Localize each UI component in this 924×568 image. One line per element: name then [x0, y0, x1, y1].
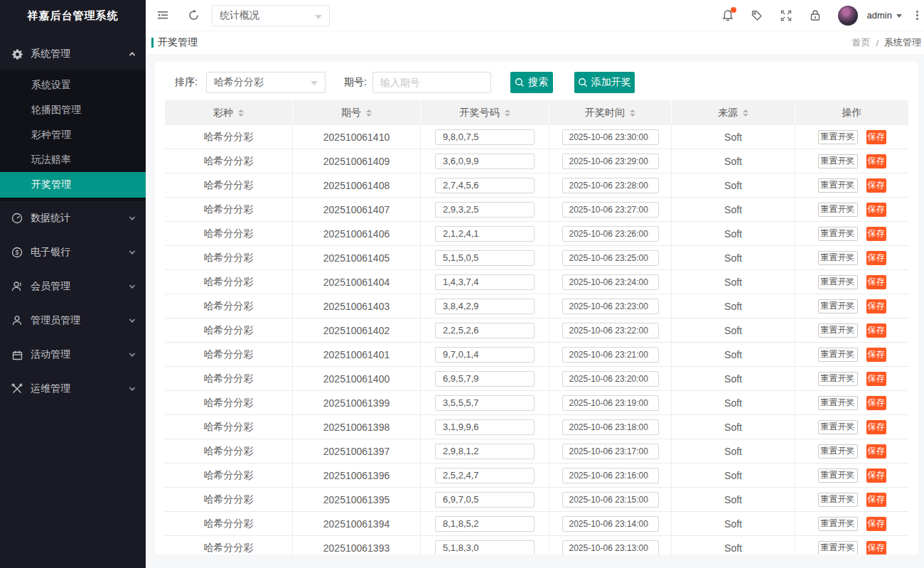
numbers-input[interactable]: [435, 274, 534, 290]
save-button[interactable]: 保存: [866, 154, 886, 168]
save-button[interactable]: 保存: [866, 275, 886, 289]
save-button[interactable]: 保存: [866, 130, 886, 144]
breadcrumb-home[interactable]: 首页: [852, 36, 870, 49]
save-button[interactable]: 保存: [866, 178, 886, 193]
time-input[interactable]: [562, 419, 659, 435]
reset-draw-button[interactable]: 重置开奖: [818, 493, 858, 507]
time-input[interactable]: [562, 226, 659, 242]
user-menu[interactable]: admin: [867, 10, 902, 21]
reset-draw-button[interactable]: 重置开奖: [818, 372, 858, 386]
save-button[interactable]: 保存: [866, 468, 886, 483]
sidebar-item-管理员管理[interactable]: 管理员管理: [0, 304, 146, 338]
numbers-input[interactable]: [435, 226, 534, 242]
numbers-input[interactable]: [435, 202, 534, 218]
numbers-input[interactable]: [435, 516, 534, 532]
time-input[interactable]: [562, 468, 659, 483]
column-header-来源[interactable]: 来源: [672, 100, 795, 125]
reset-draw-button[interactable]: 重置开奖: [818, 299, 858, 314]
time-input[interactable]: [562, 444, 659, 459]
time-input[interactable]: [562, 299, 659, 314]
sort-icon[interactable]: [238, 109, 244, 117]
numbers-input[interactable]: [435, 371, 534, 387]
numbers-input[interactable]: [435, 154, 534, 169]
search-button[interactable]: 搜索: [510, 72, 553, 93]
sidebar-subitem-开奖管理[interactable]: 开奖管理: [0, 172, 146, 198]
time-input[interactable]: [562, 347, 659, 363]
reset-draw-button[interactable]: 重置开奖: [818, 348, 858, 362]
numbers-input[interactable]: [435, 178, 534, 193]
numbers-input[interactable]: [435, 492, 534, 508]
column-header-开奖号码[interactable]: 开奖号码: [421, 100, 549, 125]
time-input[interactable]: [562, 492, 659, 508]
reset-draw-button[interactable]: 重置开奖: [818, 396, 858, 410]
time-input[interactable]: [562, 274, 659, 290]
sort-icon[interactable]: [505, 109, 510, 117]
add-draw-button[interactable]: 添加开奖: [574, 72, 635, 93]
sidebar-subitem-轮播图管理[interactable]: 轮播图管理: [0, 97, 146, 122]
reset-draw-button[interactable]: 重置开奖: [818, 420, 858, 434]
sidebar-item-会员管理[interactable]: 会员管理: [0, 269, 146, 304]
save-button[interactable]: 保存: [866, 323, 886, 338]
numbers-input[interactable]: [435, 250, 534, 266]
time-input[interactable]: [562, 395, 659, 411]
save-button[interactable]: 保存: [866, 444, 886, 459]
refresh-icon[interactable]: [186, 9, 200, 21]
time-input[interactable]: [562, 154, 659, 169]
numbers-input[interactable]: [435, 395, 534, 411]
numbers-input[interactable]: [435, 468, 534, 483]
time-input[interactable]: [562, 129, 659, 145]
time-input[interactable]: [562, 371, 659, 387]
sidebar-subitem-玩法赔率[interactable]: 玩法赔率: [0, 147, 146, 172]
time-input[interactable]: [562, 250, 659, 266]
sidebar-item-系统管理[interactable]: 系统管理: [0, 38, 146, 70]
reset-draw-button[interactable]: 重置开奖: [818, 444, 858, 459]
save-button[interactable]: 保存: [866, 251, 886, 265]
reset-draw-button[interactable]: 重置开奖: [818, 227, 858, 241]
reset-draw-button[interactable]: 重置开奖: [818, 468, 858, 483]
issue-input[interactable]: [372, 72, 491, 93]
save-button[interactable]: 保存: [866, 227, 886, 241]
sort-icon[interactable]: [743, 109, 748, 117]
reset-draw-button[interactable]: 重置开奖: [818, 275, 858, 289]
time-input[interactable]: [562, 540, 659, 555]
user-avatar[interactable]: [838, 6, 858, 26]
reset-draw-button[interactable]: 重置开奖: [818, 154, 858, 168]
sidebar-item-活动管理[interactable]: 活动管理: [0, 338, 146, 372]
save-button[interactable]: 保存: [866, 493, 886, 507]
save-button[interactable]: 保存: [866, 372, 886, 386]
sort-select[interactable]: 哈希分分彩: [206, 72, 326, 93]
numbers-input[interactable]: [435, 540, 534, 555]
sidebar-subitem-彩种管理[interactable]: 彩种管理: [0, 122, 146, 147]
numbers-input[interactable]: [435, 419, 534, 435]
more-options-icon[interactable]: [912, 9, 922, 21]
save-button[interactable]: 保存: [866, 541, 886, 555]
save-button[interactable]: 保存: [866, 517, 886, 531]
reset-draw-button[interactable]: 重置开奖: [818, 178, 858, 193]
numbers-input[interactable]: [435, 444, 534, 459]
numbers-input[interactable]: [435, 129, 534, 145]
fullscreen-icon[interactable]: [779, 8, 793, 23]
reset-draw-button[interactable]: 重置开奖: [818, 251, 858, 265]
sort-icon[interactable]: [366, 109, 372, 117]
column-header-期号[interactable]: 期号: [293, 100, 421, 125]
save-button[interactable]: 保存: [866, 420, 886, 434]
time-input[interactable]: [562, 178, 659, 193]
sidebar-fold-icon[interactable]: [158, 11, 168, 20]
reset-draw-button[interactable]: 重置开奖: [818, 323, 858, 338]
numbers-input[interactable]: [435, 299, 534, 314]
lock-icon[interactable]: [808, 8, 822, 23]
time-input[interactable]: [562, 323, 659, 338]
save-button[interactable]: 保存: [866, 348, 886, 362]
sidebar-item-数据统计[interactable]: 数据统计: [0, 201, 146, 235]
time-input[interactable]: [562, 516, 659, 532]
tag-icon[interactable]: [750, 8, 764, 23]
save-button[interactable]: 保存: [866, 299, 886, 314]
notification-bell-icon[interactable]: [721, 8, 735, 23]
top-nav-select[interactable]: 统计概况: [212, 5, 330, 26]
sort-icon[interactable]: [630, 109, 635, 117]
reset-draw-button[interactable]: 重置开奖: [818, 203, 858, 217]
reset-draw-button[interactable]: 重置开奖: [818, 517, 858, 531]
column-header-彩种[interactable]: 彩种: [165, 100, 293, 125]
save-button[interactable]: 保存: [866, 203, 886, 217]
sidebar-subitem-系统设置[interactable]: 系统设置: [0, 73, 146, 97]
